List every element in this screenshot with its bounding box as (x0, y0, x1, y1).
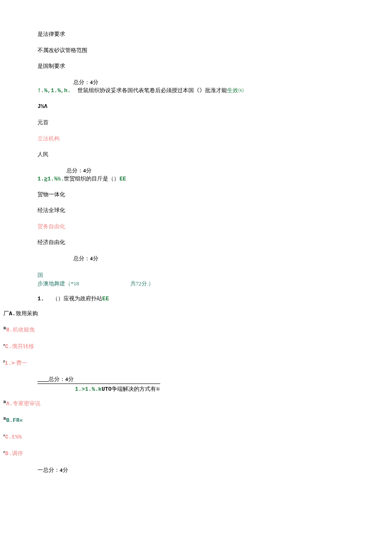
q4-score-pre: ____ (37, 376, 49, 382)
q3-option-b: 经法全球化 (0, 206, 392, 215)
q3-option-a-text: 贸物一体化 (37, 191, 65, 198)
q5-stem-a: UTO (101, 386, 111, 392)
q4-option-b-text: 机收能免 (13, 326, 35, 333)
q1-score-label: 总分： (73, 79, 90, 85)
q2-option-c-text: 人民 (37, 151, 49, 157)
q2-code-text: J½Λ (37, 103, 47, 110)
q3-stem: 世贸组织的目斤是（） (64, 175, 119, 182)
section-line2-a: 步澳地舞建（*18 (37, 280, 79, 287)
q5-number: 1.>1.⅜.k (75, 386, 101, 392)
q3-option-c: 贸务自由化 (0, 222, 392, 231)
q5-option-a[interactable]: RΛ.专家密审说 (0, 399, 392, 408)
q3-score-line: 总分：4分 (0, 254, 392, 263)
q1-score-line: 总分：4分 (0, 78, 392, 87)
q5-score-pre: 一 (37, 467, 43, 473)
q2-number: !.⅜,1.⅜,h. (37, 87, 71, 94)
section-line1-text: 国 (37, 272, 43, 278)
q5-score-line: 一总分：4分 (0, 466, 392, 474)
q4-stem-b: EE (102, 296, 109, 302)
q4-stem-line: 1. （）应视为政府扑站EE (0, 294, 392, 303)
q5-option-a-label: Λ. (6, 401, 13, 407)
q4-option-c-text: 俄芬转移 (12, 343, 34, 349)
q3-number-c: 1.⅜½. (47, 176, 64, 182)
q3-stem-line: 1.≥1.⅜½.世贸组织的目斤是（）EE (0, 174, 392, 183)
q5-option-c-text: t½½ (12, 434, 22, 440)
q5-option-b-label: B.FR« (6, 418, 23, 424)
q3-option-d: 经济自由化 (0, 238, 392, 247)
q1-option-c-text: 是国制要求 (37, 63, 65, 69)
q3-option-d-text: 经济自由化 (37, 239, 65, 245)
q1-option-a-text: 是法律要求 (37, 31, 65, 37)
q5-option-c-label: C. (5, 434, 12, 440)
q4-score-line: ____总分：4分 (0, 375, 392, 384)
q2-code: J½Λ (0, 102, 392, 111)
q4-option-c[interactable]: rC.俄芬转移 (0, 342, 392, 351)
q4-option-c-label: C. (5, 343, 12, 350)
q5-option-d[interactable]: rD.调停 (0, 449, 392, 458)
q2-score-line: 总分：4分 (0, 166, 392, 175)
q4-option-a[interactable]: 厂A.致用呆购 (0, 309, 392, 318)
q3-option-c-text: 贸务自由化 (37, 223, 65, 230)
q2-option-b-text: 立法机构 (37, 135, 60, 142)
q2-stem-line: !.⅜,1.⅜,h. 世鼠组织协设妥求各国代表笔卷后必须授过本国《》批淮才能生效… (0, 86, 392, 95)
q1-option-b-text: 不属改砂议管格范围 (37, 47, 87, 53)
q5-option-d-label: D. (5, 450, 12, 457)
q4-option-a-pre: 厂 (3, 310, 9, 317)
section-line1: 国 (0, 271, 392, 279)
q4-number: 1. (37, 296, 44, 302)
q4-option-a-label: A. (9, 311, 16, 317)
q2-option-b: 立法机构 (0, 134, 392, 143)
q2-option-a: 元首 (0, 118, 392, 127)
q3-stem-suffix: EE (119, 176, 126, 182)
q3-number-a: 1. (37, 176, 44, 182)
q3-score-suffix: 分 (93, 255, 98, 262)
q2-option-c: 人民 (0, 150, 392, 159)
q3-score-label: 总分： (73, 255, 90, 262)
q1-score-suffix: 分 (93, 79, 98, 85)
q5-score-label: 总分： (43, 467, 60, 473)
q4-option-d-text: ·费一 (14, 360, 27, 366)
q2-score-label: 总分： (66, 167, 83, 174)
q5-option-d-text: 调停 (12, 450, 23, 456)
q2-stem-b: 生效㈤ (227, 87, 244, 93)
q1-option-c: 是国制要求 (0, 62, 392, 70)
q3-option-a: 贸物一体化 (0, 190, 392, 199)
q5-stem-line: 1.>1.⅜.kUTO争端解决的方式有® (37, 384, 160, 394)
q5-stem-b: 争端解决的方式有® (112, 386, 160, 392)
q4-option-b-label: 8. (6, 327, 13, 333)
q5-option-b[interactable]: RB.FR« (0, 416, 392, 425)
section-line2-b: 共72分.） (130, 280, 154, 287)
q2-option-a-text: 元首 (37, 119, 49, 125)
q4-option-b[interactable]: R8.机收能免 (0, 325, 392, 334)
q4-option-a-text: 致用呆购 (16, 310, 38, 317)
q4-score-label: 总分： (49, 376, 65, 382)
q5-score-suffix: 分 (63, 467, 68, 473)
q4-stem-a: （）应视为政府扑站 (52, 295, 102, 302)
q2-score-suffix: 分 (86, 167, 92, 174)
q3-option-b-text: 经法全球化 (37, 207, 65, 213)
q5-option-a-text: 专家密审说 (13, 401, 40, 407)
q5-option-c[interactable]: rC.t½½ (0, 433, 392, 442)
q1-option-a: 是法律要求 (0, 30, 392, 38)
q2-stem-a: 世鼠组织协设妥求各国代表笔卷后必须授过本国《》批淮才能 (78, 87, 227, 93)
q4-option-d[interactable]: f1.>·费一 (0, 359, 392, 368)
q1-option-b: 不属改砂议管格范围 (0, 46, 392, 55)
section-line2: 步澳地舞建（*18共72分.） (0, 279, 392, 288)
q4-score-suffix: 分 (68, 376, 74, 382)
q4-option-d-label: 1.> (5, 360, 14, 366)
